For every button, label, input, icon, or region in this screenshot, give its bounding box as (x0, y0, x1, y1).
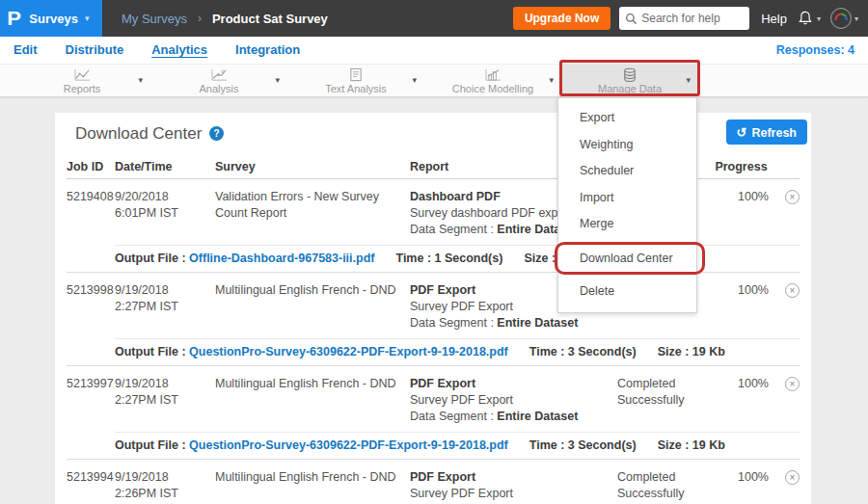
page-title: Download Center (75, 124, 202, 144)
chevron-down-icon: ▾ (854, 14, 858, 23)
job-size: Size : 19 Kb (658, 345, 725, 358)
tab-edit[interactable]: Edit (14, 42, 38, 59)
analytics-toolbar: Reports ▾ Analysis ▾ Text Analysis ▾ Cho… (0, 64, 868, 97)
toolbar-item-label: Analysis (200, 83, 239, 94)
job-output-row: Output File : QuestionPro-Survey-6309622… (115, 338, 800, 365)
output-file-link[interactable]: QuestionPro-Survey-6309622-PDF-Export-9-… (189, 345, 508, 358)
job-id: 5213994 (67, 469, 115, 504)
job-survey: Validation Errors - New Survey Count Rep… (215, 189, 410, 238)
jobs-table: Job ID Date/Time Survey Report Progress … (55, 154, 811, 504)
help-link[interactable]: Help (761, 12, 787, 26)
menu-item-export[interactable]: Export (558, 105, 696, 132)
chevron-down-icon: ▾ (817, 14, 821, 23)
job-report: PDF Export Survey PDF Export Data Segmen… (410, 376, 617, 425)
chevron-down-icon: ▾ (549, 75, 554, 85)
job-progress: 100% (714, 376, 769, 425)
job-time: Time : 3 Second(s) (529, 438, 637, 452)
chevron-down-icon: ▾ (686, 75, 691, 85)
job-time: Time : 3 Second(s) (529, 345, 637, 358)
menu-item-weighting[interactable]: Weighting (558, 132, 696, 159)
questionpro-app: P Surveys ▾ My Surveys › Product Sat Sur… (0, 0, 868, 504)
bar-chart-icon (484, 67, 502, 82)
job-progress: 100% (714, 469, 769, 504)
job-progress: 100% (714, 189, 769, 238)
job-id: 5213998 (67, 282, 115, 332)
download-center-highlight-annotation: Download Center (555, 242, 705, 275)
bell-icon (797, 10, 814, 27)
avatar (830, 8, 852, 29)
job-report: PDF Export Survey PDF Export Data Segmen… (410, 469, 617, 504)
breadcrumb-current-survey: Product Sat Survey (212, 12, 328, 26)
tab-integration[interactable]: Integration (235, 42, 300, 59)
job-survey: Multilingual English French - DND (215, 469, 410, 504)
job-datetime: 9/19/2018 2:27PM IST (115, 376, 215, 425)
job-id: 5219408 (67, 189, 115, 238)
job-status: Completed Successfully (617, 376, 714, 425)
job-datetime: 9/20/2018 6:01PM IST (115, 189, 215, 238)
surveys-menu-label: Surveys (29, 12, 78, 26)
job-datetime: 9/19/2018 2:26PM IST (115, 469, 215, 504)
panel-header: Download Center ? ↺Refresh (55, 113, 811, 154)
surveys-product-menu[interactable]: P Surveys ▾ (0, 0, 102, 37)
manage-data-dropdown: Export Weighting Scheduler Import Merge … (557, 97, 697, 313)
search-input[interactable] (641, 12, 743, 25)
breadcrumb: My Surveys › Product Sat Survey (122, 12, 328, 26)
document-icon (349, 67, 363, 82)
output-file-link[interactable]: Offline-Dashboard-967583-iii.pdf (189, 252, 374, 265)
chevron-down-icon: ▾ (138, 75, 143, 85)
refresh-icon: ↺ (737, 125, 747, 140)
chevron-down-icon: ▾ (85, 13, 90, 23)
tab-distribute[interactable]: Distribute (66, 42, 124, 59)
chevron-down-icon: ▾ (412, 75, 417, 85)
responses-count: Responses: 4 (776, 43, 854, 57)
manage-data-menu-button[interactable]: Manage Data ▾ (561, 65, 698, 97)
cancel-job-icon[interactable]: × (785, 190, 800, 204)
menu-item-delete[interactable]: Delete (558, 279, 696, 305)
column-header-datetime: Date/Time (115, 160, 215, 173)
choice-modelling-menu-button[interactable]: Choice Modelling ▾ (424, 65, 561, 97)
job-progress: 100% (714, 282, 769, 332)
column-header-survey: Survey (215, 160, 410, 173)
toolbar-item-label: Reports (64, 83, 101, 94)
help-question-icon[interactable]: ? (209, 126, 224, 141)
menu-item-merge[interactable]: Merge (558, 211, 696, 238)
cancel-job-icon[interactable]: × (785, 283, 800, 298)
job-datetime: 9/19/2018 2:27PM IST (115, 282, 215, 332)
analysis-menu-button[interactable]: Analysis ▾ (150, 65, 287, 97)
trend-chart-icon (210, 67, 229, 82)
menu-item-import[interactable]: Import (558, 185, 696, 212)
job-id: 5213997 (67, 376, 115, 425)
toolbar-item-label: Manage Data (598, 83, 662, 94)
job-output-row: Output File : QuestionPro-Survey-6309622… (115, 432, 800, 459)
table-row: 5213997 9/19/2018 2:27PM IST Multilingua… (67, 366, 800, 460)
breadcrumb-separator: › (198, 12, 202, 25)
survey-nav-tabs: Edit Distribute Analytics Integration Re… (0, 37, 868, 64)
menu-item-scheduler[interactable]: Scheduler (558, 158, 696, 185)
upgrade-now-button[interactable]: Upgrade Now (513, 7, 610, 30)
text-analysis-menu-button[interactable]: Text Analysis ▾ (287, 65, 424, 97)
search-icon (625, 13, 637, 25)
job-status: Completed Successfully (617, 469, 714, 504)
main-content: Download Center ? ↺Refresh Job ID Date/T… (0, 98, 868, 504)
menu-item-download-center[interactable]: Download Center (557, 245, 702, 272)
output-file-link[interactable]: QuestionPro-Survey-6309622-PDF-Export-9-… (189, 438, 508, 452)
cancel-job-icon[interactable]: × (785, 470, 800, 485)
job-survey: Multilingual English French - DND (215, 376, 410, 425)
breadcrumb-my-surveys[interactable]: My Surveys (122, 12, 187, 26)
toolbar-item-label: Choice Modelling (452, 83, 533, 94)
topbar: P Surveys ▾ My Surveys › Product Sat Sur… (0, 0, 868, 37)
tab-analytics[interactable]: Analytics (151, 42, 207, 59)
line-chart-icon (73, 67, 92, 82)
download-center-panel: Download Center ? ↺Refresh Job ID Date/T… (55, 113, 811, 504)
column-header-progress: Progress (714, 160, 769, 173)
refresh-button[interactable]: ↺Refresh (726, 119, 807, 145)
notifications-menu[interactable]: ▾ (797, 10, 821, 27)
job-survey: Multilingual English French - DND (215, 282, 410, 332)
database-icon (622, 67, 637, 82)
chevron-down-icon: ▾ (275, 75, 280, 85)
reports-menu-button[interactable]: Reports ▾ (14, 65, 150, 97)
column-header-job-id: Job ID (67, 160, 115, 173)
cancel-job-icon[interactable]: × (785, 377, 800, 391)
account-menu[interactable]: ▾ (830, 8, 858, 29)
topbar-right: Upgrade Now Help ▾ ▾ (513, 7, 868, 30)
